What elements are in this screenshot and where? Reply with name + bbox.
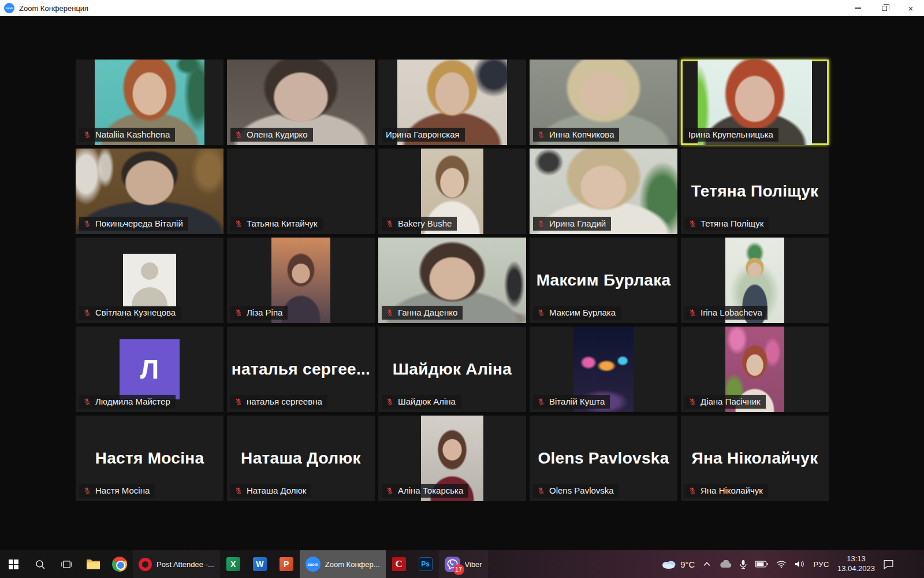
participant-name-badge: Яна Ніколайчук: [684, 484, 768, 498]
participant-name: Шайдюк Аліна: [398, 397, 456, 406]
powerpoint-icon: P: [280, 557, 293, 571]
participant-name: Инна Копчикова: [549, 129, 614, 139]
participant-tile[interactable]: Шайдюк Аліна Шайдюк Аліна: [378, 327, 526, 412]
chrome-taskbar-button[interactable]: [106, 550, 133, 578]
task-view-icon: [61, 559, 72, 570]
action-center-icon[interactable]: [883, 560, 894, 569]
file-explorer-icon: [86, 558, 100, 570]
language-indicator[interactable]: РУС: [813, 560, 829, 569]
participant-name-badge: Покиньчереда Віталій: [79, 217, 188, 231]
muted-mic-icon: [537, 131, 545, 139]
excel-taskbar-button[interactable]: X: [220, 550, 247, 578]
search-icon: [35, 559, 46, 570]
windows-taskbar: Post Attendee -...XWPzoomZoom Конфер...C…: [0, 550, 924, 578]
participant-tile[interactable]: Олена Кудирко: [227, 60, 375, 145]
word-taskbar-button[interactable]: W: [247, 550, 273, 578]
participant-name: Олена Кудирко: [247, 129, 308, 139]
weather-tray-item[interactable]: 9°C: [661, 559, 695, 569]
participant-name: Bakery Bushe: [398, 218, 452, 228]
muted-mic-icon: [234, 398, 243, 406]
participant-tile[interactable]: Яна Ніколайчук Яна Ніколайчук: [681, 416, 829, 501]
photoshop-taskbar-button[interactable]: Ps: [412, 550, 439, 578]
close-button[interactable]: ×: [897, 0, 924, 16]
muted-mic-icon: [537, 487, 545, 495]
taskbar-app-label: Viber: [465, 560, 482, 569]
meeting-stage: Nataliia Kashchena Олена КудиркоИрина Га…: [0, 16, 924, 550]
opera-icon: [139, 558, 152, 571]
minimize-button[interactable]: [844, 0, 871, 16]
participant-name: Ганна Даценко: [398, 307, 457, 317]
clock[interactable]: 13:13 13.04.2023: [837, 554, 875, 574]
muted-mic-icon: [386, 487, 394, 495]
c-red-taskbar-button[interactable]: C: [386, 550, 412, 578]
participant-name: Наташа Долюк: [247, 486, 306, 495]
muted-mic-icon: [234, 309, 243, 317]
muted-mic-icon: [83, 487, 91, 495]
participant-tile[interactable]: Покиньчереда Віталій: [76, 149, 223, 234]
participant-tile[interactable]: Olens Pavlovska Olens Pavlovska: [530, 416, 677, 501]
participant-name-badge: Максим Бурлака: [533, 306, 621, 320]
participant-tile[interactable]: наталья сергее... наталья сергеевна: [227, 327, 375, 412]
powerpoint-taskbar-button[interactable]: P: [273, 550, 300, 578]
participant-tile[interactable]: Наташа Долюк Наташа Долюк: [227, 416, 375, 501]
restore-button[interactable]: [871, 0, 897, 16]
window-titlebar: zoom Zoom Конференция ×: [0, 0, 924, 16]
participant-tile[interactable]: Світлана Кузнецова: [76, 238, 223, 323]
participant-name-badge: Ірина Крупельницька: [684, 128, 778, 142]
participant-name-badge: наталья сергеевна: [230, 395, 327, 409]
viber-notification-badge: 17: [453, 564, 464, 575]
muted-mic-icon: [688, 487, 696, 495]
participant-tile[interactable]: Nataliia Kashchena: [76, 60, 223, 145]
zoom-taskbar-button[interactable]: zoomZoom Конфер...: [300, 550, 386, 578]
taskview-taskbar-button[interactable]: [53, 550, 80, 578]
participant-tile[interactable]: Л Людмила Майстер: [76, 327, 223, 412]
search-taskbar-button[interactable]: [27, 550, 53, 578]
participant-tile[interactable]: Bakery Bushe: [378, 149, 526, 234]
participant-tile[interactable]: Діана Пасічник: [681, 327, 829, 412]
start-taskbar-button[interactable]: [0, 550, 27, 578]
participant-big-name: Настя Мосіна: [76, 449, 223, 468]
participant-tile[interactable]: Віталій Кушта: [530, 327, 677, 412]
participant-name: Ірина Крупельницька: [688, 129, 773, 139]
participant-name: Ирина Гавронская: [386, 129, 460, 139]
participant-tile[interactable]: Ирина Гладий: [530, 149, 677, 234]
microphone-tray-icon[interactable]: [740, 560, 747, 569]
participant-tile[interactable]: Татьяна Китайчук: [227, 149, 375, 234]
muted-mic-icon: [688, 398, 696, 406]
participant-name: Тетяна Поліщук: [701, 218, 763, 228]
participant-name: Olens Pavlovska: [549, 486, 614, 495]
muted-mic-icon: [83, 131, 91, 139]
participant-name-badge: Тетяна Поліщук: [684, 217, 769, 231]
participant-tile[interactable]: Ірина Крупельницька: [681, 60, 829, 145]
chevron-up-icon[interactable]: [703, 561, 711, 567]
participant-tile[interactable]: Аліна Токарська: [378, 416, 526, 501]
participant-tile[interactable]: Инна Копчикова: [530, 60, 677, 145]
viber-icon: 17: [445, 557, 460, 572]
onedrive-cloud-icon[interactable]: [719, 560, 732, 568]
participant-tile[interactable]: Ирина Гавронская: [378, 60, 526, 145]
participant-name-badge: Віталій Кушта: [533, 395, 610, 409]
muted-mic-icon: [83, 309, 91, 317]
opera-taskbar-button[interactable]: Post Attendee -...: [133, 550, 220, 578]
participant-tile[interactable]: Тетяна Поліщук Тетяна Поліщук: [681, 149, 829, 234]
participant-tile[interactable]: Ганна Даценко: [378, 238, 526, 323]
weather-cloud-icon: [661, 559, 677, 569]
explorer-taskbar-button[interactable]: [80, 550, 106, 578]
participant-tile[interactable]: Настя Мосіна Настя Мосіна: [76, 416, 223, 501]
battery-icon[interactable]: [755, 561, 768, 568]
participant-name-badge: Bakery Bushe: [382, 217, 457, 231]
participant-name-badge: Наташа Долюк: [230, 484, 311, 498]
participant-tile[interactable]: Irina Lobacheva: [681, 238, 829, 323]
taskbar-app-label: Zoom Конфер...: [325, 560, 380, 569]
wifi-icon[interactable]: [776, 560, 787, 569]
participant-tile[interactable]: Ліза Ріпа: [227, 238, 375, 323]
viber-taskbar-button[interactable]: 17Viber: [439, 550, 488, 578]
participant-name: Максим Бурлака: [549, 307, 616, 317]
participant-name-badge: Инна Копчикова: [533, 128, 619, 142]
participant-name: Покиньчереда Віталій: [95, 218, 183, 228]
avatar-silhouette-icon: [123, 254, 176, 307]
participants-grid: Nataliia Kashchena Олена КудиркоИрина Га…: [76, 60, 829, 501]
muted-mic-icon: [234, 487, 243, 495]
volume-icon[interactable]: [795, 560, 805, 568]
participant-tile[interactable]: Максим Бурлака Максим Бурлака: [530, 238, 677, 323]
